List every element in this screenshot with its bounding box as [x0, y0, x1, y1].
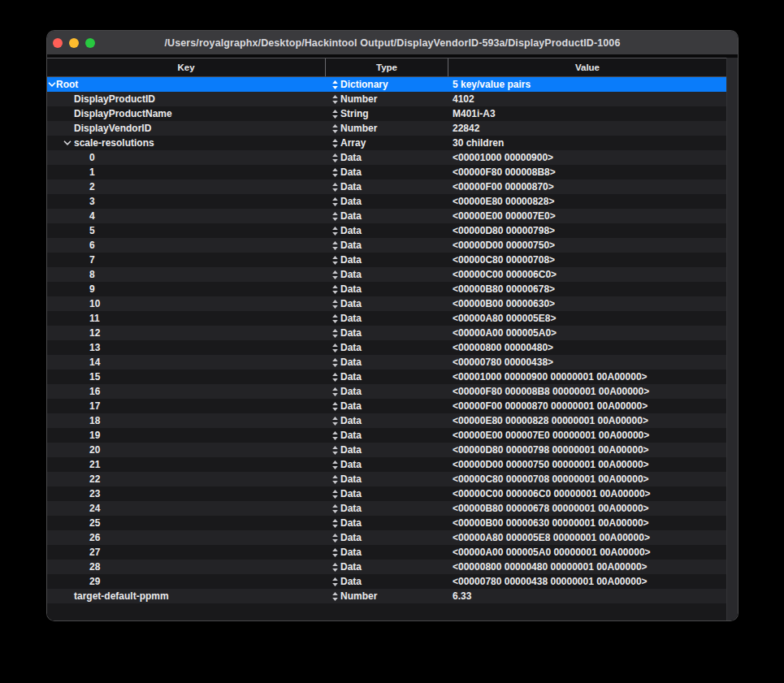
- table-row[interactable]: 13Data<00000800 00000480>: [47, 340, 726, 355]
- type-cell[interactable]: Data: [325, 574, 448, 589]
- table-row[interactable]: scale-resolutionsArray30 children: [47, 136, 726, 150]
- type-cell[interactable]: Data: [325, 545, 448, 560]
- titlebar[interactable]: /Users/royalgraphx/Desktop/Hackintool Ou…: [47, 31, 738, 54]
- type-cell[interactable]: Data: [325, 296, 448, 311]
- type-cell[interactable]: Dictionary: [325, 77, 448, 92]
- type-cell[interactable]: Data: [325, 413, 448, 428]
- value-cell[interactable]: <00000A80 000005E8>: [448, 313, 728, 324]
- value-cell[interactable]: <00000C00 000006C0>: [448, 269, 728, 280]
- key-cell[interactable]: 18: [47, 413, 325, 428]
- table-row[interactable]: 28Data<00000800 00000480 00000001 00A000…: [47, 560, 726, 574]
- table-row[interactable]: 23Data<00000C00 000006C0 00000001 00A000…: [47, 486, 726, 501]
- type-cell[interactable]: Data: [325, 282, 448, 296]
- value-cell[interactable]: <00000800 00000480>: [448, 342, 728, 353]
- zoom-button[interactable]: [85, 38, 95, 48]
- key-cell[interactable]: 25: [47, 516, 325, 530]
- key-cell[interactable]: 20: [47, 443, 325, 457]
- value-cell[interactable]: <00000C80 00000708 00000001 00A00000>: [448, 473, 728, 485]
- key-cell[interactable]: 2: [47, 179, 325, 194]
- key-cell[interactable]: 8: [47, 267, 325, 282]
- type-cell[interactable]: Array: [325, 136, 448, 150]
- key-cell[interactable]: 23: [47, 486, 325, 501]
- key-cell[interactable]: 10: [47, 296, 325, 311]
- value-cell[interactable]: <00000E80 00000828 00000001 00A00000>: [448, 415, 728, 426]
- minimize-button[interactable]: [69, 38, 79, 48]
- key-cell[interactable]: 19: [47, 428, 325, 443]
- type-cell[interactable]: Number: [325, 589, 448, 603]
- key-cell[interactable]: 7: [47, 253, 325, 267]
- type-cell[interactable]: Data: [325, 179, 448, 194]
- table-row[interactable]: DisplayProductIDNumber4102: [47, 92, 726, 106]
- key-cell[interactable]: 26: [47, 530, 325, 545]
- key-cell[interactable]: Root: [47, 77, 325, 92]
- type-cell[interactable]: Data: [325, 486, 448, 501]
- type-cell[interactable]: Number: [325, 92, 448, 106]
- value-cell[interactable]: <00000A00 000005A0>: [448, 327, 728, 339]
- column-header-key[interactable]: Key: [47, 58, 325, 76]
- table-row[interactable]: 4Data<00000E00 000007E0>: [47, 209, 726, 223]
- table-row[interactable]: DisplayVendorIDNumber22842: [47, 121, 726, 136]
- key-cell[interactable]: DisplayVendorID: [47, 121, 325, 136]
- table-row[interactable]: 19Data<00000E00 000007E0 00000001 00A000…: [47, 428, 726, 443]
- type-cell[interactable]: Data: [325, 340, 448, 355]
- key-cell[interactable]: 27: [47, 545, 325, 560]
- value-cell[interactable]: <00000E00 000007E0 00000001 00A00000>: [448, 430, 728, 441]
- type-cell[interactable]: Data: [325, 253, 448, 267]
- key-cell[interactable]: 6: [47, 238, 325, 253]
- key-cell[interactable]: 9: [47, 282, 325, 296]
- table-row[interactable]: 8Data<00000C00 000006C0>: [47, 267, 726, 282]
- table-row[interactable]: 6Data<00000D00 00000750>: [47, 238, 726, 253]
- value-cell[interactable]: <00001000 00000900>: [448, 152, 728, 163]
- type-cell[interactable]: Data: [325, 472, 448, 486]
- table-row[interactable]: RootDictionary5 key/value pairs: [47, 77, 726, 92]
- value-cell[interactable]: <00000C80 00000708>: [448, 254, 728, 266]
- table-row[interactable]: 7Data<00000C80 00000708>: [47, 253, 726, 267]
- type-cell[interactable]: Data: [325, 238, 448, 253]
- value-cell[interactable]: 30 children: [448, 137, 728, 149]
- key-cell[interactable]: 16: [47, 384, 325, 399]
- type-cell[interactable]: Number: [325, 121, 448, 136]
- key-cell[interactable]: 28: [47, 560, 325, 574]
- key-cell[interactable]: 1: [47, 165, 325, 179]
- table-row[interactable]: 29Data<00000780 00000438 00000001 00A000…: [47, 574, 726, 589]
- type-cell[interactable]: Data: [325, 194, 448, 209]
- table-row[interactable]: 2Data<00000F00 00000870>: [47, 179, 726, 194]
- table-row[interactable]: 17Data<00000F00 00000870 00000001 00A000…: [47, 399, 726, 413]
- value-cell[interactable]: <00000E00 000007E0>: [448, 210, 728, 222]
- type-cell[interactable]: Data: [325, 384, 448, 399]
- table-row[interactable]: 27Data<00000A00 000005A0 00000001 00A000…: [47, 545, 726, 560]
- type-cell[interactable]: Data: [325, 165, 448, 179]
- value-cell[interactable]: <00000B00 00000630>: [448, 298, 728, 309]
- value-cell[interactable]: <00000D80 00000798>: [448, 225, 728, 236]
- table-row[interactable]: 25Data<00000B00 00000630 00000001 00A000…: [47, 516, 726, 530]
- value-cell[interactable]: <00000D00 00000750>: [448, 240, 728, 251]
- key-cell[interactable]: 15: [47, 370, 325, 384]
- value-cell[interactable]: <00000F00 00000870>: [448, 181, 728, 192]
- table-row[interactable]: target-default-ppmmNumber6.33: [47, 589, 726, 603]
- value-cell[interactable]: 5 key/value pairs: [448, 79, 728, 90]
- table-row[interactable]: 20Data<00000D80 00000798 00000001 00A000…: [47, 443, 726, 457]
- table-row[interactable]: DisplayProductNameStringM401i-A3: [47, 106, 726, 121]
- type-cell[interactable]: Data: [325, 267, 448, 282]
- type-cell[interactable]: Data: [325, 150, 448, 165]
- value-cell[interactable]: <00000B80 00000678 00000001 00A00000>: [448, 503, 728, 514]
- value-cell[interactable]: <00000E80 00000828>: [448, 196, 728, 207]
- value-cell[interactable]: <00000F00 00000870 00000001 00A00000>: [448, 400, 728, 412]
- type-cell[interactable]: Data: [325, 326, 448, 340]
- type-cell[interactable]: Data: [325, 399, 448, 413]
- value-cell[interactable]: 4102: [448, 93, 728, 105]
- value-cell[interactable]: <00000C00 000006C0 00000001 00A00000>: [448, 488, 728, 499]
- key-cell[interactable]: target-default-ppmm: [47, 589, 325, 603]
- close-button[interactable]: [53, 38, 63, 48]
- type-cell[interactable]: Data: [325, 443, 448, 457]
- key-cell[interactable]: DisplayProductName: [47, 106, 325, 121]
- disclosure-chevron-icon[interactable]: [63, 140, 71, 145]
- table-row[interactable]: 16Data<00000F80 000008B8 00000001 00A000…: [47, 384, 726, 399]
- table-row[interactable]: 22Data<00000C80 00000708 00000001 00A000…: [47, 472, 726, 486]
- value-cell[interactable]: <00000A00 000005A0 00000001 00A00000>: [448, 547, 728, 558]
- key-cell[interactable]: 5: [47, 223, 325, 238]
- value-cell[interactable]: <00000D80 00000798 00000001 00A00000>: [448, 444, 728, 456]
- key-cell[interactable]: scale-resolutions: [47, 136, 325, 150]
- value-cell[interactable]: <00000B80 00000678>: [448, 283, 728, 295]
- key-cell[interactable]: 17: [47, 399, 325, 413]
